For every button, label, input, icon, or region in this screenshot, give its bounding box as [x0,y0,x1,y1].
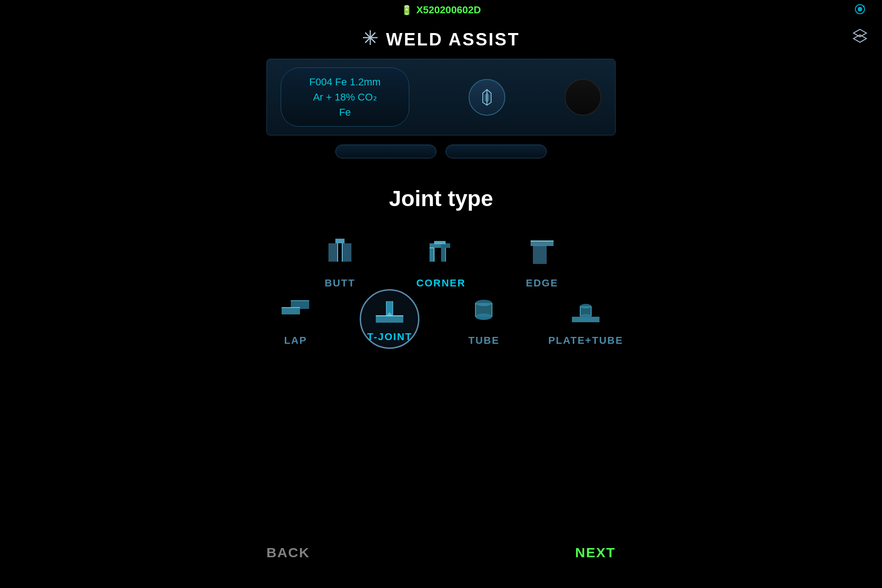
header: WELD ASSIST [362,29,520,50]
config-line2: Ar + 18% CO₂ [313,91,377,103]
weld-assist-icon [362,29,379,50]
tab-button-1[interactable] [335,145,436,158]
svg-point-42 [475,314,492,320]
device-id-display: 🔋 X520200602D [401,4,481,16]
config-bar: F004 Fe 1.2mm Ar + 18% CO₂ Fe [266,59,616,135]
edge-icon [519,234,565,271]
butt-icon [317,234,363,271]
top-bar: 🔋 X520200602D [0,0,882,20]
corner-label: CORNER [416,277,465,289]
signal-icon [852,1,868,17]
tjoint-icon [367,295,413,327]
svg-marker-27 [531,241,542,246]
joint-item-butt[interactable]: BUTT [303,234,377,289]
next-button[interactable]: NEXT [575,545,616,560]
svg-marker-28 [542,241,554,246]
layers-icon-area[interactable] [852,28,868,47]
svg-marker-9 [854,35,866,42]
plate-tube-icon [563,291,609,328]
tube-icon [461,291,507,328]
config-info-text: F004 Fe 1.2mm Ar + 18% CO₂ Fe [298,74,392,120]
svg-marker-13 [328,243,338,262]
svg-marker-19 [430,243,441,262]
device-id: X520200602D [416,4,481,16]
tab-button-2[interactable] [446,145,547,158]
signal-area [852,1,868,19]
config-line3: Fe [339,106,351,118]
butt-label: BUTT [325,277,356,289]
tube-label: TUBE [468,335,499,347]
joint-item-edge[interactable]: EDGE [505,234,579,289]
svg-point-2 [863,6,865,7]
svg-marker-26 [540,246,547,264]
edge-label: EDGE [526,277,558,289]
plate-tube-label: PLATE+TUBE [548,335,623,347]
joint-item-tube[interactable]: TUBE [447,291,520,347]
svg-point-48 [580,314,591,319]
config-empty-button[interactable] [565,79,601,116]
corner-icon [418,234,464,271]
battery-icon: 🔋 [401,5,413,16]
header-row: WELD ASSIST [0,25,882,50]
tjoint-label: T-JOINT [367,331,412,343]
svg-marker-17 [335,239,340,243]
joint-row-2: LAP T-JOINT [259,289,623,349]
joint-item-plate-tube[interactable]: PLATE+TUBE [548,291,623,347]
svg-marker-24 [434,241,446,244]
svg-marker-8 [854,29,866,37]
config-line1: F004 Fe 1.2mm [309,76,380,88]
svg-point-7 [369,36,372,39]
lap-icon [272,291,318,328]
config-info-pill[interactable]: F004 Fe 1.2mm Ar + 18% CO₂ Fe [281,67,409,127]
svg-marker-25 [533,246,540,264]
joint-type-section: Joint type BUTT [0,186,882,349]
joint-row-1: BUTT CORNER [303,234,579,289]
joint-item-lap[interactable]: LAP [259,291,332,347]
joint-type-title: Joint type [389,186,493,211]
config-book-button[interactable] [469,79,505,116]
tabs-area [335,145,547,158]
svg-marker-14 [342,243,351,262]
bottom-bar: BACK NEXT [266,545,616,560]
joint-item-corner[interactable]: CORNER [404,234,478,289]
back-button[interactable]: BACK [266,545,310,560]
lap-label: LAP [284,335,307,347]
page-title: WELD ASSIST [386,30,520,50]
svg-point-1 [858,7,862,11]
svg-marker-34 [376,316,403,323]
svg-marker-18 [340,239,345,243]
joint-item-tjoint[interactable]: T-JOINT [360,289,419,349]
